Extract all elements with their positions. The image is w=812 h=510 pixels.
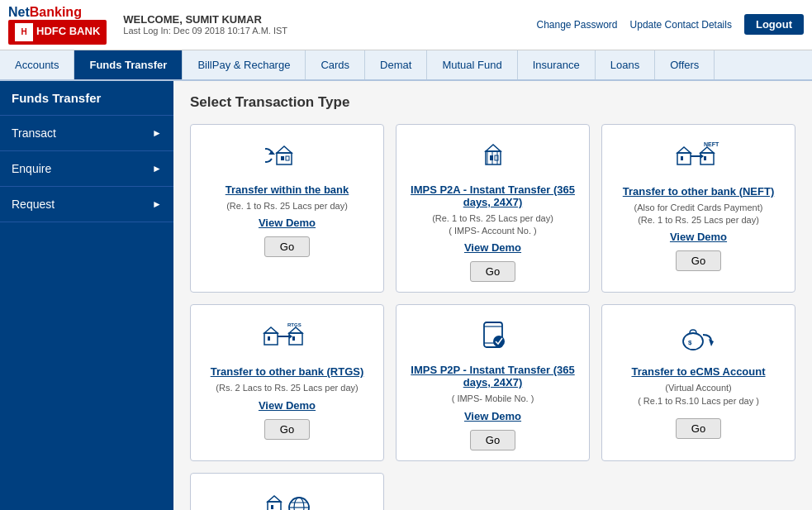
svg-rect-38 [268,502,281,510]
header-links: Change Password Update Contact Details L… [536,14,804,35]
rtgs-view-demo[interactable]: View Demo [259,399,316,412]
header: NetBanking H HDFC BANK WELCOME, SUMIT KU… [0,0,812,50]
svg-marker-25 [289,327,302,333]
enquire-arrow-icon: ► [152,163,162,174]
change-password-link[interactable]: Change Password [536,19,617,31]
foreign-icon [263,487,312,510]
ecms-subtitle: (Virtual Account)( Re.1 to Rs.10 Lacs pe… [638,382,759,408]
within-bank-subtitle: (Re. 1 to Rs. 25 Lacs per day) [226,200,348,212]
svg-marker-4 [268,150,275,155]
nav-mutual-fund[interactable]: Mutual Fund [427,50,517,79]
last-login-text: Last Log In: Dec 09 2018 10:17 A.M. IST [123,26,536,36]
neft-view-demo[interactable]: View Demo [670,231,727,243]
imps-p2a-icon [471,138,515,176]
sidebar-item-enquire[interactable]: Enquire ► [0,151,173,187]
svg-text:eCMS: eCMS [700,325,716,331]
svg-marker-13 [677,147,691,153]
nav-insurance[interactable]: Insurance [518,50,596,79]
imps-p2p-title[interactable]: IMPS P2P - Instant Transfer (365 days, 2… [405,364,581,388]
nav-cards[interactable]: Cards [306,50,365,79]
rtgs-subtitle: (Rs. 2 Lacs to Rs. 25 Lacs per day) [216,382,358,394]
ecms-go-button[interactable]: Go [676,418,721,439]
within-bank-view-demo[interactable]: View Demo [259,217,316,229]
card-neft: NEFT Transfer to other bank (NEFT) (Also… [601,124,795,293]
svg-rect-3 [286,156,289,160]
svg-rect-21 [264,333,278,345]
card-within-bank: Transfer within the bank (Re. 1 to Rs. 2… [190,124,384,293]
rtgs-title[interactable]: Transfer to other bank (RTGS) [211,365,364,378]
svg-point-34 [683,333,703,350]
neft-subtitle: (Also for Credit Cards Payment)(Re. 1 to… [634,202,763,227]
imps-p2p-view-demo[interactable]: View Demo [464,410,521,422]
svg-marker-39 [268,496,281,502]
card-rtgs: RTGS Transfer to other bank (RTGS) (Rs. … [190,304,384,460]
nav-accounts[interactable]: Accounts [0,50,74,79]
navbar: Accounts Funds Transfer BillPay & Rechar… [0,50,812,81]
svg-marker-29 [289,334,292,339]
svg-marker-16 [700,147,714,153]
rtgs-icon: RTGS [263,318,312,358]
neft-icon: NEFT [674,138,724,178]
sidebar-title: Funds Transfer [0,81,173,116]
sidebar-item-request[interactable]: Request ► [0,187,173,222]
svg-marker-6 [486,145,501,151]
imps-p2a-subtitle: (Re. 1 to Rs. 25 Lacs per day)( IMPS- Ac… [432,212,553,238]
nav-loans[interactable]: Loans [596,50,655,79]
hdfc-square-icon: H [15,23,33,41]
card-imps-p2a: IMPS P2A - Instant Transfer (365 days, 2… [396,124,590,293]
svg-text:NEFT: NEFT [704,141,719,147]
hdfc-bank-label: HDFC BANK [36,26,100,37]
card-imps-p2p: IMPS P2P - Instant Transfer (365 days, 2… [396,304,590,460]
ecms-title[interactable]: Transfer to eCMS Account [631,365,765,378]
imps-p2p-icon [472,318,514,356]
update-contact-link[interactable]: Update Contact Details [630,19,732,31]
welcome-area: WELCOME, SUMIT KUMAR Last Log In: Dec 09… [107,13,536,36]
imps-p2p-go-button[interactable]: Go [470,430,515,450]
within-bank-title[interactable]: Transfer within the bank [226,184,349,196]
request-arrow-icon: ► [152,198,162,210]
svg-rect-23 [268,336,270,341]
rtgs-go-button[interactable]: Go [264,419,310,440]
transact-arrow-icon: ► [152,127,162,139]
sidebar-item-transact[interactable]: Transact ► [0,116,173,151]
welcome-text: WELCOME, SUMIT KUMAR [123,13,536,26]
svg-text:RTGS: RTGS [287,322,302,327]
svg-rect-14 [681,156,683,160]
content-area: Select Transaction Type Tra [173,81,812,510]
ecms-icon: $ eCMS [675,318,723,358]
imps-p2a-view-demo[interactable]: View Demo [464,241,521,254]
card-ecms: $ eCMS Transfer to eCMS Account (Virtual… [601,304,795,460]
svg-rect-24 [289,333,302,345]
main-layout: Funds Transfer Transact ► Enquire ► Requ… [0,81,812,510]
svg-rect-12 [677,153,691,164]
svg-rect-40 [271,505,273,509]
svg-point-41 [289,498,309,510]
hdfc-logo: H HDFC BANK [8,20,107,45]
svg-rect-2 [281,156,284,160]
svg-rect-17 [704,156,706,160]
svg-point-42 [294,498,304,510]
within-bank-icon [265,138,310,176]
svg-text:$: $ [688,339,692,346]
page-title: Select Transaction Type [190,94,795,111]
imps-p2a-title[interactable]: IMPS P2A - Instant Transfer (365 days, 2… [405,184,581,208]
neft-title[interactable]: Transfer to other bank (NEFT) [623,185,774,198]
within-bank-go-button[interactable]: Go [264,236,310,257]
logo-area: NetBanking H HDFC BANK [8,5,107,45]
svg-marker-20 [700,154,704,159]
nav-billpay[interactable]: BillPay & Recharge [183,50,306,79]
nav-demat[interactable]: Demat [365,50,427,79]
logout-button[interactable]: Logout [744,14,804,35]
neft-go-button[interactable]: Go [676,250,721,271]
svg-marker-1 [277,146,292,153]
cards-grid: Transfer within the bank (Re. 1 to Rs. 2… [190,124,795,510]
imps-p2p-subtitle: ( IMPS- Mobile No. ) [452,393,534,405]
sidebar: Funds Transfer Transact ► Enquire ► Requ… [0,81,173,510]
nav-offers[interactable]: Offers [655,50,715,79]
svg-point-33 [493,336,505,347]
imps-p2a-go-button[interactable]: Go [470,261,515,282]
nav-funds-transfer[interactable]: Funds Transfer [74,50,183,79]
svg-rect-26 [292,336,295,341]
svg-rect-15 [700,153,714,164]
svg-marker-22 [264,327,278,333]
